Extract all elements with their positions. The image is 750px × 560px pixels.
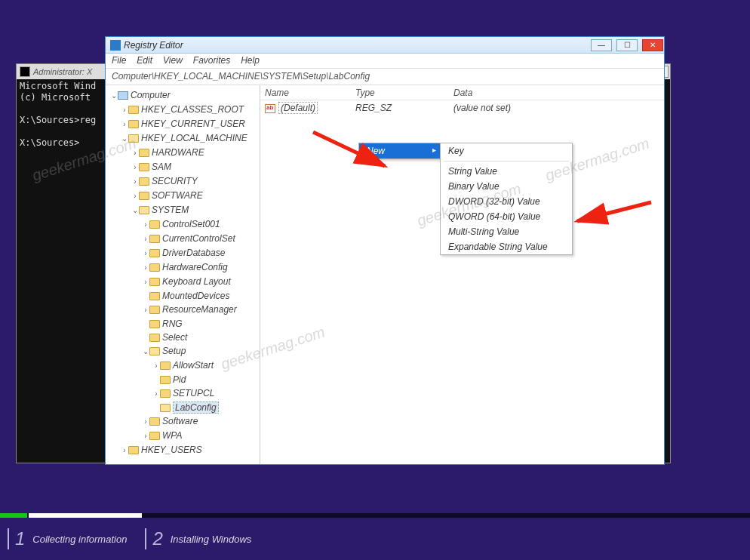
- folder-icon: [128, 446, 139, 454]
- folder-icon: [128, 134, 139, 143]
- tree-labconfig[interactable]: LabConfig: [152, 401, 260, 414]
- folder-icon: [139, 177, 149, 186]
- value-name: (Default): [278, 102, 318, 114]
- ctx-new-key[interactable]: Key: [441, 143, 572, 158]
- folder-icon: [149, 417, 160, 426]
- ctx-new[interactable]: New▸: [359, 143, 441, 158]
- tree-hkcu[interactable]: ›HKEY_CURRENT_USER: [121, 117, 260, 131]
- regedit-address-bar[interactable]: Computer\HKEY_LOCAL_MACHINE\SYSTEM\Setup…: [106, 69, 664, 85]
- tree-rng[interactable]: RNG: [142, 317, 260, 331]
- setup-step-1: 1Collecting information: [8, 528, 127, 549]
- ctx-separator: [444, 161, 569, 162]
- folder-icon: [160, 404, 171, 412]
- menu-edit[interactable]: Edit: [137, 55, 152, 66]
- tree-system[interactable]: ⌄SYSTEM ›ControlSet001 ›CurrentControlSe…: [131, 203, 260, 443]
- tree-hku[interactable]: ›HKEY_USERS: [121, 443, 260, 457]
- folder-icon: [149, 292, 160, 300]
- ctx-new-expandstring[interactable]: Expandable String Value: [441, 239, 572, 254]
- regedit-titlebar[interactable]: Registry Editor — ☐ ✕: [106, 37, 664, 54]
- list-header[interactable]: Name Type Data: [260, 85, 664, 100]
- regedit-window: Registry Editor — ☐ ✕ File Edit View Fav…: [105, 36, 665, 465]
- cmd-icon: [20, 66, 30, 77]
- tree-mounteddevices[interactable]: MountedDevices: [142, 289, 260, 303]
- folder-icon: [149, 432, 160, 440]
- tree-hardware[interactable]: ›HARDWARE: [131, 146, 260, 160]
- col-name[interactable]: Name: [260, 88, 351, 98]
- folder-icon: [149, 334, 160, 342]
- step-number: 2: [145, 528, 162, 549]
- menu-file[interactable]: File: [112, 55, 126, 66]
- tree-setupcl[interactable]: ›SETUPCL: [152, 386, 260, 401]
- folder-icon: [139, 206, 149, 214]
- ctx-new-string[interactable]: String Value: [441, 164, 572, 179]
- folder-icon: [128, 106, 139, 114]
- tree-keyboardlayout[interactable]: ›Keyboard Layout: [142, 275, 260, 289]
- regedit-menubar: File Edit View Favorites Help: [106, 54, 664, 69]
- tree-hardwareconfig[interactable]: ›HardwareConfig: [142, 260, 260, 275]
- col-data[interactable]: Data: [449, 88, 664, 98]
- tree-setup[interactable]: ⌄Setup ›AllowStart Pid ›SETUPCL LabConfi…: [142, 344, 260, 414]
- folder-icon: [149, 249, 160, 257]
- progress-segment-current: [29, 513, 142, 518]
- tree-security[interactable]: ›SECURITY: [131, 174, 260, 189]
- menu-favorites[interactable]: Favorites: [193, 55, 230, 66]
- folder-icon: [149, 235, 160, 243]
- col-type[interactable]: Type: [351, 88, 449, 98]
- tree-hkcr[interactable]: ›HKEY_CLASSES_ROOT: [121, 103, 260, 117]
- tree-select[interactable]: Select: [142, 331, 260, 344]
- folder-icon: [139, 149, 149, 157]
- tree-software[interactable]: ›SOFTWARE: [131, 189, 260, 203]
- regedit-close-button[interactable]: ✕: [642, 39, 663, 51]
- regedit-address-text: Computer\HKEY_LOCAL_MACHINE\SYSTEM\Setup…: [112, 71, 370, 82]
- regedit-min-button[interactable]: —: [591, 39, 612, 51]
- tree-root[interactable]: ⌄Computer ›HKEY_CLASSES_ROOT ›HKEY_CURRE…: [110, 88, 260, 457]
- folder-icon: [149, 278, 160, 286]
- ctx-new-binary[interactable]: Binary Value: [441, 179, 572, 194]
- tree-resourcemanager[interactable]: ›ResourceManager: [142, 303, 260, 317]
- tree-sam[interactable]: ›SAM: [131, 160, 260, 174]
- ctx-new-multistring[interactable]: Multi-String Value: [441, 224, 572, 239]
- folder-icon: [160, 362, 171, 370]
- value-row-default[interactable]: (Default) REG_SZ (value not set): [260, 100, 664, 115]
- step-label: Collecting information: [32, 534, 127, 545]
- ctx-new-dword[interactable]: DWORD (32-bit) Value: [441, 194, 572, 209]
- ctx-new-qword[interactable]: QWORD (64-bit) Value: [441, 209, 572, 224]
- menu-view[interactable]: View: [163, 55, 183, 66]
- folder-icon: [128, 120, 139, 128]
- folder-icon: [149, 320, 160, 328]
- folder-icon: [160, 389, 171, 398]
- step-number: 1: [8, 528, 25, 549]
- context-menu-primary: New▸: [358, 143, 441, 159]
- folder-icon: [139, 192, 149, 200]
- tree-allowstart[interactable]: ›AllowStart: [152, 358, 260, 373]
- folder-icon: [149, 263, 160, 272]
- context-menu-new-submenu: Key String Value Binary Value DWORD (32-…: [440, 143, 573, 255]
- computer-icon: [118, 91, 128, 100]
- folder-icon: [139, 163, 149, 171]
- tree-hklm[interactable]: ⌄HKEY_LOCAL_MACHINE ›HARDWARE ›SAM ›SECU…: [121, 131, 260, 443]
- value-data: (value not set): [449, 103, 664, 113]
- tree-controlset001[interactable]: ›ControlSet001: [142, 217, 260, 232]
- regedit-max-button[interactable]: ☐: [616, 39, 638, 51]
- setup-footer: 1Collecting information 2Installing Wind…: [0, 513, 750, 560]
- cmd-title-text: Administrator: X: [33, 67, 92, 76]
- step-label: Installing Windows: [171, 534, 252, 545]
- folder-icon: [149, 306, 160, 314]
- folder-icon: [160, 376, 171, 384]
- registry-tree[interactable]: ⌄Computer ›HKEY_CLASSES_ROOT ›HKEY_CURRE…: [106, 85, 260, 464]
- tree-software2[interactable]: ›Software: [142, 414, 260, 429]
- progress-segment-done: [0, 513, 27, 518]
- tree-driverdatabase[interactable]: ›DriverDatabase: [142, 246, 260, 260]
- regedit-icon: [110, 40, 121, 51]
- chevron-right-icon: ▸: [432, 146, 436, 154]
- setup-step-2: 2Installing Windows: [145, 528, 251, 549]
- folder-icon: [149, 220, 160, 229]
- menu-help[interactable]: Help: [241, 55, 260, 66]
- string-value-icon: [265, 104, 275, 113]
- value-type: REG_SZ: [351, 103, 449, 113]
- tree-wpa[interactable]: ›WPA: [142, 429, 260, 443]
- tree-currentcontrolset[interactable]: ›CurrentControlSet: [142, 232, 260, 246]
- folder-icon: [149, 347, 160, 355]
- tree-pid[interactable]: Pid: [152, 373, 260, 386]
- registry-value-list[interactable]: Name Type Data (Default) REG_SZ (value n…: [260, 85, 664, 464]
